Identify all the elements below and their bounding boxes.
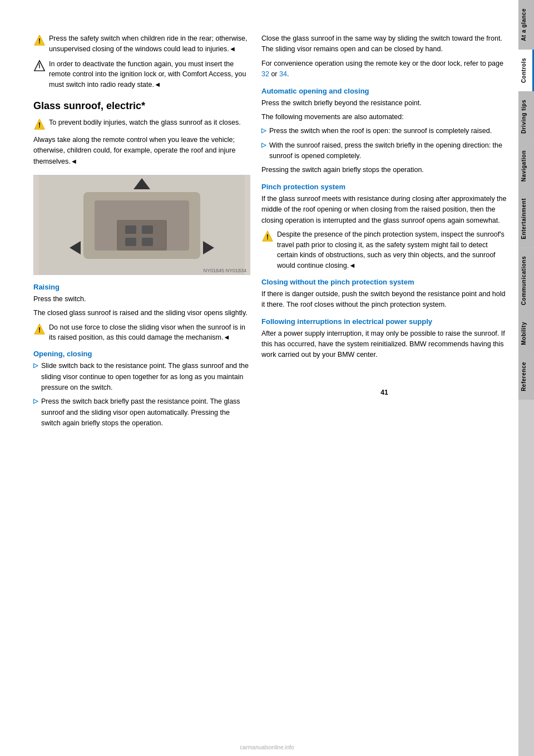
sidebar-tab-controls[interactable]: Controls [518,50,534,91]
section-title: Glass sunroof, electric* [33,100,250,112]
raising-body-1: Press the switch. [33,294,250,305]
bullet-item-2: ▷ Press the switch back briefly past the… [33,396,250,429]
automatic-body-1: Press the switch briefly beyond the resi… [261,98,507,109]
warning-text-1: Press the safety switch when children ri… [49,33,250,55]
warning-box-2: ! To prevent bodily injuries, watch the … [33,117,250,130]
svg-text:!: ! [38,326,41,334]
svg-text:!: ! [38,37,41,45]
auto-bullet-text-2: With the sunroof raised, press the switc… [269,140,507,162]
opening-closing-title: Opening, closing [33,350,250,358]
auto-bullet-2: ▷ With the sunroof raised, press the swi… [261,140,507,162]
svg-rect-13 [125,238,136,246]
svg-point-4 [39,62,40,63]
watermark: carmanualsonline.info [240,744,294,750]
warning-text-3: Do not use force to close the sliding vi… [49,322,250,343]
bullet-item-1: ▷ Slide switch back to the resistance po… [33,361,250,393]
sidebar-tab-entertainment[interactable]: Entertainment [518,190,534,248]
bullet-arrow-1: ▷ [33,362,38,369]
right-intro-1: Close the glass sunroof in the same way … [261,33,507,55]
warning-icon-2: ! [33,118,46,130]
raising-title: Raising [33,283,250,291]
auto-body-3: Pressing the switch again briefly stops … [261,165,507,175]
page-number: 41 [380,389,388,396]
pinch-warning-icon: ! [261,230,274,242]
auto-bullet-1: ▷ Press the switch when the roof is open… [261,126,507,136]
bullet-text-2: Press the switch back briefly past the r… [41,396,250,429]
sunroof-image: NY01845 NY01834 [33,175,250,275]
info-box-1: In order to deactivate the function agai… [33,59,250,90]
warning-icon-3: ! [33,323,46,335]
pinch-body-1: If the glass sunroof meets with resistan… [261,194,507,226]
warning-icon-1: ! [33,34,46,46]
right-column: Close the glass sunroof in the same way … [261,33,507,723]
pinch-warning-box: ! Despite the presence of the pinch prot… [261,229,507,271]
svg-rect-10 [117,220,167,251]
warning-text-2: To prevent bodily injuries, watch the gl… [49,117,241,128]
info-icon-1 [33,60,46,72]
auto-arrow-1: ▷ [261,127,266,134]
left-column: ! Press the safety switch when children … [33,33,250,723]
warning-box-1: ! Press the safety switch when children … [33,33,250,55]
body-text-1: Always take along the remote control whe… [33,135,250,167]
sidebar-tab-at-a-glance[interactable]: At a glance [518,0,534,50]
following-body: After a power supply interruption, it ma… [261,328,507,361]
image-label: NY01845 NY01834 [203,268,246,273]
raising-body-2: The closed glass sunroof is raised and t… [33,308,250,318]
automatic-title: Automatic opening and closing [261,87,507,95]
auto-bullet-text-1: Press the switch when the roof is open: … [269,126,492,136]
closing-no-pinch-title: Closing without the pinch protection sys… [261,278,507,286]
closing-no-pinch-body: If there is danger outside, push the swi… [261,289,507,311]
auto-arrow-2: ▷ [261,141,266,149]
following-title: Following interruptions in electrical po… [261,317,507,326]
automatic-body-2: The following movements are also automat… [261,112,507,122]
svg-rect-14 [142,238,153,246]
sidebar-tab-navigation[interactable]: Navigation [518,142,534,190]
svg-rect-12 [142,225,153,234]
sidebar-tab-mobility[interactable]: Mobility [518,313,534,354]
page-link-34[interactable]: 34 [279,70,287,78]
page-bottom: 41 [261,377,507,396]
pinch-warning-text: Despite the presence of the pinch protec… [277,229,507,271]
sidebar: At a glance Controls Driving tips Naviga… [518,0,534,756]
page-link-32[interactable]: 32 [261,70,269,78]
bullet-arrow-2: ▷ [33,397,38,405]
sidebar-tab-reference[interactable]: Reference [518,354,534,400]
sidebar-tab-driving-tips[interactable]: Driving tips [518,91,534,142]
warning-box-3: ! Do not use force to close the sliding … [33,322,250,343]
svg-text:!: ! [38,121,41,129]
bullet-text-1: Slide switch back to the resistance poin… [41,361,250,393]
info-text-1: In order to deactivate the function agai… [49,59,250,90]
sidebar-tab-communications[interactable]: Communications [518,248,534,313]
svg-text:!: ! [266,233,269,241]
right-intro-2: For convenience operation using the remo… [261,58,507,80]
svg-rect-11 [125,225,136,234]
pinch-title: Pinch protection system [261,183,507,191]
